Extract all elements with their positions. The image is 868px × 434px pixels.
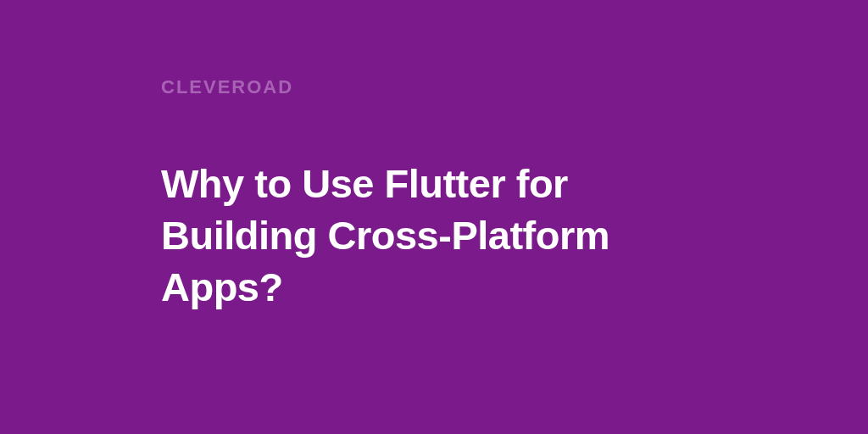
- article-title: Why to Use Flutter for Building Cross-Pl…: [161, 158, 707, 313]
- brand-logo-text: CLEVEROAD: [161, 76, 707, 98]
